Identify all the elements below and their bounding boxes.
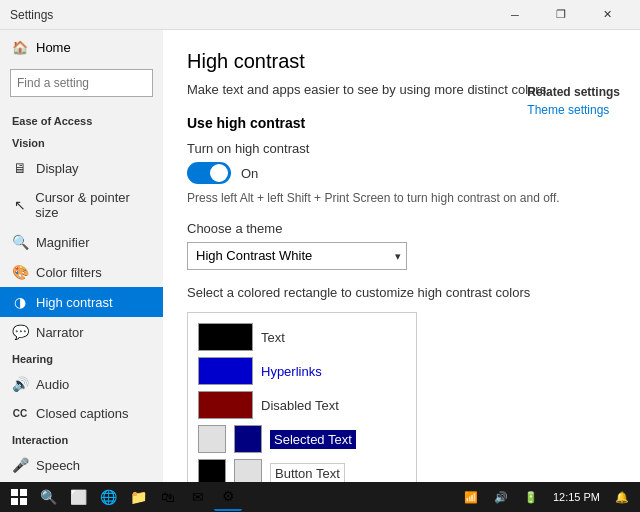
- start-button[interactable]: [4, 482, 34, 512]
- taskbar-mail[interactable]: ✉: [184, 483, 212, 511]
- high-contrast-icon: ◑: [12, 294, 28, 310]
- closed-captions-icon: CC: [12, 408, 28, 419]
- sidebar-item-narrator[interactable]: 💬 Narrator: [0, 317, 163, 347]
- colors-box: Text Hyperlinks Disabled Text Selected T…: [187, 312, 417, 482]
- notification-icon[interactable]: 🔔: [608, 483, 636, 511]
- display-icon: 🖥: [12, 160, 28, 176]
- search-box: 🔍: [10, 69, 153, 97]
- home-label: Home: [36, 40, 71, 55]
- theme-select-wrapper: High Contrast White High Contrast Black …: [187, 242, 407, 270]
- button-text-fg-swatch[interactable]: [234, 459, 262, 482]
- narrator-label: Narrator: [36, 325, 84, 340]
- sidebar-item-closed-captions[interactable]: CC Closed captions: [0, 399, 163, 428]
- taskbar-volume-icon[interactable]: 🔊: [487, 483, 515, 511]
- taskbar: 🔍 ⬜ 🌐 📁 🛍 ✉ ⚙ 📶 🔊 🔋 12:15 PM 🔔: [0, 482, 640, 512]
- taskbar-search[interactable]: 🔍: [34, 483, 62, 511]
- hyperlinks-color-swatch[interactable]: [198, 357, 253, 385]
- audio-icon: 🔊: [12, 376, 28, 392]
- high-contrast-toggle[interactable]: [187, 162, 231, 184]
- svg-rect-0: [11, 489, 18, 496]
- related-settings-panel: Related settings Theme settings: [527, 85, 620, 117]
- magnifier-label: Magnifier: [36, 235, 89, 250]
- text-color-label: Text: [261, 330, 285, 345]
- cursor-label: Cursor & pointer size: [35, 190, 151, 220]
- speech-label: Speech: [36, 458, 80, 473]
- close-button[interactable]: ✕: [584, 0, 630, 30]
- toggle-row: On: [187, 162, 616, 184]
- search-input[interactable]: [11, 76, 163, 90]
- sidebar-item-home[interactable]: 🏠 Home: [0, 30, 163, 65]
- sidebar-item-high-contrast[interactable]: ◑ High contrast: [0, 287, 163, 317]
- clock-time: 12:15 PM: [553, 491, 600, 503]
- svg-rect-1: [20, 489, 27, 496]
- hint-text: Press left Alt + left Shift + Print Scre…: [187, 190, 616, 207]
- sidebar-item-magnifier[interactable]: 🔍 Magnifier: [0, 227, 163, 257]
- toggle-knob: [210, 164, 228, 182]
- taskbar-edge[interactable]: 🌐: [94, 483, 122, 511]
- choose-theme-label: Choose a theme: [187, 221, 616, 236]
- closed-captions-label: Closed captions: [36, 406, 129, 421]
- color-filters-label: Color filters: [36, 265, 102, 280]
- sidebar-item-audio[interactable]: 🔊 Audio: [0, 369, 163, 399]
- toggle-state-label: On: [241, 166, 258, 181]
- page-title: High contrast: [187, 50, 616, 73]
- vision-label: Vision: [0, 131, 163, 153]
- title-bar: Settings ─ ❐ ✕: [0, 0, 640, 30]
- selected-text-fg-swatch[interactable]: [234, 425, 262, 453]
- sidebar-item-color-filters[interactable]: 🎨 Color filters: [0, 257, 163, 287]
- home-icon: 🏠: [12, 40, 28, 55]
- taskbar-icons: 🔍 ⬜ 🌐 📁 🛍 ✉ ⚙: [34, 483, 457, 511]
- interaction-label: Interaction: [0, 428, 163, 450]
- text-color-swatch[interactable]: [198, 323, 253, 351]
- svg-rect-3: [20, 498, 27, 505]
- restore-button[interactable]: ❐: [538, 0, 584, 30]
- svg-rect-2: [11, 498, 18, 505]
- app-body: 🏠 Home 🔍 Ease of Access Vision 🖥 Display…: [0, 30, 640, 482]
- cursor-icon: ↖: [12, 197, 27, 213]
- related-settings-title: Related settings: [527, 85, 620, 99]
- selected-text-bg-swatch[interactable]: [198, 425, 226, 453]
- audio-label: Audio: [36, 377, 69, 392]
- ease-of-access-label: Ease of Access: [0, 109, 163, 131]
- taskbar-battery-icon[interactable]: 🔋: [517, 483, 545, 511]
- sidebar-item-speech[interactable]: 🎤 Speech: [0, 450, 163, 480]
- color-row-text: Text: [198, 323, 406, 351]
- taskbar-store[interactable]: 🛍: [154, 483, 182, 511]
- sidebar-item-display[interactable]: 🖥 Display: [0, 153, 163, 183]
- hearing-label: Hearing: [0, 347, 163, 369]
- color-row-disabled-text: Disabled Text: [198, 391, 406, 419]
- theme-select[interactable]: High Contrast White High Contrast Black …: [187, 242, 407, 270]
- narrator-icon: 💬: [12, 324, 28, 340]
- content-wrapper: High contrast Make text and apps easier …: [163, 30, 640, 482]
- color-row-selected-text: Selected Text: [198, 425, 406, 453]
- button-text-bg-swatch[interactable]: [198, 459, 226, 482]
- magnifier-icon: 🔍: [12, 234, 28, 250]
- button-text-label: Button Text: [270, 463, 345, 482]
- color-row-button-text: Button Text: [198, 459, 406, 482]
- taskbar-tray: 📶 🔊 🔋 12:15 PM 🔔: [457, 483, 636, 511]
- app-title: Settings: [10, 8, 492, 22]
- disabled-text-color-label: Disabled Text: [261, 398, 339, 413]
- taskbar-file-explorer[interactable]: 📁: [124, 483, 152, 511]
- high-contrast-label: High contrast: [36, 295, 113, 310]
- taskbar-network-icon[interactable]: 📶: [457, 483, 485, 511]
- color-filters-icon: 🎨: [12, 264, 28, 280]
- hyperlinks-color-label: Hyperlinks: [261, 364, 322, 379]
- selected-text-label: Selected Text: [270, 430, 356, 449]
- taskbar-settings-pinned[interactable]: ⚙: [214, 483, 242, 511]
- taskbar-task-view[interactable]: ⬜: [64, 483, 92, 511]
- minimize-button[interactable]: ─: [492, 0, 538, 30]
- toggle-title: Turn on high contrast: [187, 141, 616, 156]
- disabled-text-color-swatch[interactable]: [198, 391, 253, 419]
- color-row-hyperlinks: Hyperlinks: [198, 357, 406, 385]
- sidebar-item-cursor[interactable]: ↖ Cursor & pointer size: [0, 183, 163, 227]
- windows-icon: [11, 489, 27, 505]
- speech-icon: 🎤: [12, 457, 28, 473]
- taskbar-clock[interactable]: 12:15 PM: [547, 491, 606, 503]
- display-label: Display: [36, 161, 79, 176]
- theme-settings-link[interactable]: Theme settings: [527, 103, 609, 117]
- sidebar: 🏠 Home 🔍 Ease of Access Vision 🖥 Display…: [0, 30, 163, 482]
- colors-label: Select a colored rectangle to customize …: [187, 284, 616, 302]
- window-controls: ─ ❐ ✕: [492, 0, 630, 30]
- use-high-contrast-title: Use high contrast: [187, 115, 616, 131]
